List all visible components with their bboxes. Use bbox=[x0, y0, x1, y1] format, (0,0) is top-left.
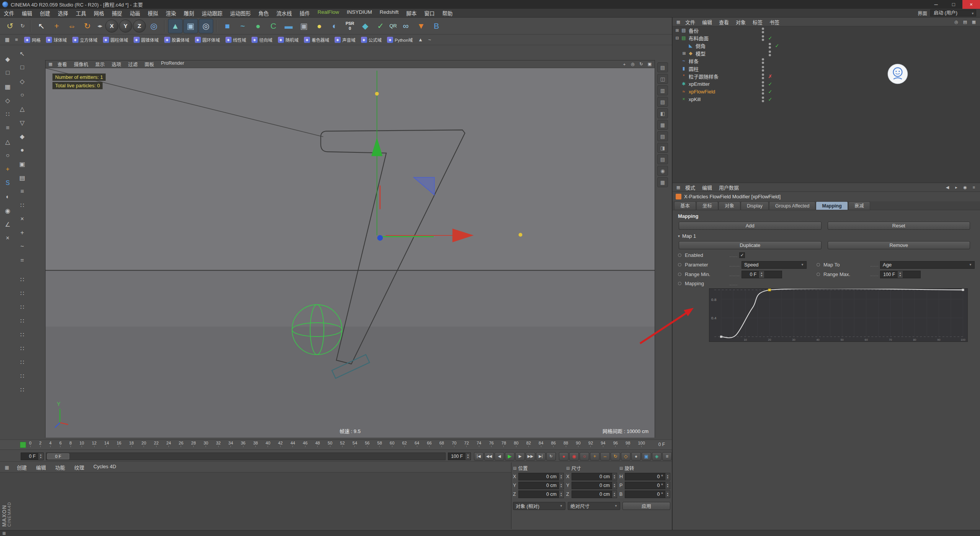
stepper-icon[interactable]: ▲▼ bbox=[665, 473, 670, 480]
timeline-tick-4[interactable]: 4 bbox=[49, 441, 52, 447]
record-parameter-toggle[interactable]: ◇ bbox=[621, 452, 630, 461]
object-row-倒角[interactable]: ◣倒角✓ bbox=[673, 42, 980, 49]
am-menu-icon-3[interactable]: ◉ bbox=[961, 184, 969, 191]
redo-icon[interactable]: ↻ bbox=[18, 19, 27, 33]
record-rotation-toggle[interactable]: ↻ bbox=[611, 452, 620, 461]
anim-dot-icon[interactable] bbox=[678, 253, 681, 257]
xpresso-button[interactable]: ∞ bbox=[399, 19, 413, 33]
apply-button[interactable]: 应用 bbox=[622, 502, 670, 510]
material-tab-编辑[interactable]: 编辑 bbox=[31, 464, 51, 471]
menu-item-角色[interactable]: 角色 bbox=[255, 9, 273, 17]
current-frame-field[interactable]: 0 F ▲▼ bbox=[21, 453, 44, 460]
field-button-胶囊体域[interactable]: 胶囊体域 bbox=[162, 36, 192, 44]
menu-item-帮助[interactable]: 帮助 bbox=[438, 9, 456, 17]
render-picture-viewer-button[interactable]: ▣ bbox=[183, 19, 198, 33]
palette-tool-1[interactable]: ↖ bbox=[16, 47, 28, 60]
field-button-线性域[interactable]: 线性域 bbox=[223, 36, 249, 44]
timeline-tick-52[interactable]: 52 bbox=[340, 441, 345, 447]
om-grid-icon[interactable]: ▦ bbox=[675, 20, 682, 25]
attr-tab-坐标[interactable]: 坐标 bbox=[696, 201, 718, 210]
menu-item-创建[interactable]: 创建 bbox=[36, 9, 54, 17]
stepper-icon[interactable]: ▲▼ bbox=[665, 482, 670, 489]
field-button-网格[interactable]: 网格 bbox=[21, 36, 43, 44]
stepper-icon[interactable]: ▲▼ bbox=[612, 490, 617, 498]
stepper-icon[interactable]: ▲▼ bbox=[759, 271, 764, 278]
record-keyframe-button[interactable]: ● bbox=[559, 452, 568, 461]
material-tab-纹理[interactable]: 纹理 bbox=[70, 464, 89, 471]
layout-icon-8[interactable]: ◨ bbox=[657, 143, 668, 153]
timeline-tick-70[interactable]: 70 bbox=[452, 441, 456, 447]
stepper-icon[interactable]: ▲▼ bbox=[465, 453, 470, 460]
prev-key-button[interactable]: ◀◀ bbox=[484, 452, 494, 461]
coord-mode-dropdown[interactable]: 对象 (相对)▼ bbox=[513, 502, 565, 510]
viewport-canvas[interactable]: Y Number of emitters: 1 Total live parti… bbox=[46, 68, 655, 438]
om-menu-icon-2[interactable]: ▤ bbox=[961, 18, 969, 25]
field-button-圆环体域[interactable]: 圆环体域 bbox=[192, 36, 223, 44]
palette-tool-16[interactable]: = bbox=[16, 254, 28, 266]
title-bar[interactable]: CINEMA 4D R20.059 Studio (RC - R20) - [教… bbox=[0, 0, 980, 9]
camera-button[interactable]: ▣ bbox=[297, 19, 311, 33]
viewport-nav-icon-4[interactable]: ▣ bbox=[645, 61, 654, 68]
grid-palette-7[interactable]: ∷ bbox=[16, 356, 28, 368]
palette-tool-12[interactable]: ∷ bbox=[16, 199, 28, 211]
viewport-menu-面板[interactable]: 面板 bbox=[141, 60, 158, 68]
am-menu-编辑[interactable]: 编辑 bbox=[699, 184, 715, 191]
menu-item-运动跟踪[interactable]: 运动跟踪 bbox=[198, 9, 226, 17]
field-button-圆柱体域[interactable]: 圆柱体域 bbox=[100, 36, 131, 44]
palette-tool-3[interactable]: ◇ bbox=[16, 75, 28, 87]
timeline-tick-46[interactable]: 46 bbox=[303, 441, 307, 447]
timeline-tick-60[interactable]: 60 bbox=[390, 441, 394, 447]
grid-palette-4[interactable]: ∷ bbox=[16, 315, 28, 327]
solo-toggle[interactable]: ▣ bbox=[642, 452, 651, 461]
map-to-dropdown[interactable]: Age▼ bbox=[880, 261, 975, 269]
layout-icon-11[interactable]: ▦ bbox=[657, 177, 668, 187]
viewport-nav-icon-1[interactable]: + bbox=[620, 61, 629, 68]
material-tab-Cycles 4D[interactable]: Cycles 4D bbox=[89, 464, 121, 471]
layout-icon-2[interactable]: ◫ bbox=[657, 74, 668, 84]
primitive-cube-button[interactable]: ■ bbox=[220, 19, 235, 33]
expander-icon[interactable]: ⊞ bbox=[681, 51, 687, 56]
timeline-tick-10[interactable]: 10 bbox=[79, 441, 84, 447]
goto-end-button[interactable]: ▶| bbox=[536, 452, 546, 461]
palette-tool-13[interactable]: × bbox=[16, 213, 28, 225]
grid-palette-2[interactable]: ∷ bbox=[16, 287, 28, 299]
timeline-tick-86[interactable]: 86 bbox=[551, 441, 556, 447]
timeline-tick-0[interactable]: 0 bbox=[29, 441, 31, 447]
om-menu-书签[interactable]: 书签 bbox=[766, 18, 783, 26]
grid-palette-3[interactable]: ∷ bbox=[16, 301, 28, 313]
current-frame-marker[interactable] bbox=[20, 442, 26, 448]
timeline-tick-48[interactable]: 48 bbox=[315, 441, 320, 447]
mapping-curve[interactable]: 0.80.4102030405060708090100 bbox=[709, 289, 967, 342]
timeline-tick-20[interactable]: 20 bbox=[142, 441, 146, 447]
timeline-tick-32[interactable]: 32 bbox=[216, 441, 220, 447]
coordinate-system-toggle[interactable]: ◎ bbox=[147, 19, 161, 33]
timeline-tick-6[interactable]: 6 bbox=[59, 441, 62, 447]
om-menu-标签[interactable]: 标签 bbox=[749, 18, 766, 26]
attr-tab-衰减[interactable]: 衰减 bbox=[848, 201, 870, 210]
layout-icon-6[interactable]: ▦ bbox=[657, 120, 668, 130]
timeline-tick-2[interactable]: 2 bbox=[39, 441, 41, 447]
attr-tab-对象[interactable]: 对象 bbox=[719, 201, 740, 210]
object-row-圆柱[interactable]: ▮圆柱 bbox=[673, 65, 980, 72]
light-button[interactable]: ● bbox=[312, 19, 327, 33]
texture-mode-button[interactable]: ▦ bbox=[2, 80, 14, 93]
enable-toggle[interactable]: ✓ bbox=[766, 35, 774, 41]
minimize-button[interactable]: ─ bbox=[927, 0, 945, 9]
grid-palette-8[interactable]: ∷ bbox=[16, 370, 28, 382]
timeline-tick-64[interactable]: 64 bbox=[415, 441, 419, 447]
am-menu-icon-2[interactable]: ▸ bbox=[952, 184, 960, 191]
record-scale-toggle[interactable]: ⇔ bbox=[600, 452, 610, 461]
visibility-dots[interactable] bbox=[767, 51, 773, 56]
timeline-tick-74[interactable]: 74 bbox=[477, 441, 481, 447]
object-row-粒子跟随样条[interactable]: *粒子跟随样条✗ bbox=[673, 72, 980, 80]
timeline-tick-88[interactable]: 88 bbox=[564, 441, 568, 447]
visibility-dots[interactable] bbox=[760, 35, 766, 41]
undo-icon[interactable]: ↺ bbox=[3, 19, 17, 33]
stepper-icon[interactable]: ▲▼ bbox=[559, 490, 564, 498]
field-button-立方体域[interactable]: 立方体域 bbox=[70, 36, 100, 44]
layout-icon-9[interactable]: ▤ bbox=[657, 154, 668, 164]
timeline-tick-54[interactable]: 54 bbox=[353, 441, 357, 447]
timeline-tick-38[interactable]: 38 bbox=[253, 441, 258, 447]
visibility-dots[interactable] bbox=[760, 74, 766, 79]
snap-toggle-button[interactable]: S bbox=[2, 177, 14, 189]
